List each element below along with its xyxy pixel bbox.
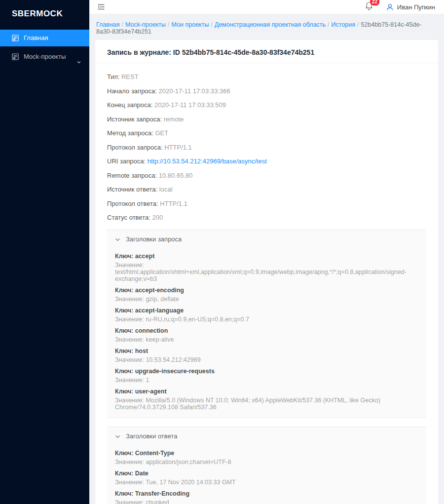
- main-area: 22 Иван Пупкин Главная/Mock-проекты/Мои …: [89, 0, 444, 504]
- panel-response-headers-toggle[interactable]: Заголовки ответа: [107, 427, 426, 444]
- field-value: 10.80.65.80: [159, 172, 193, 179]
- projects-icon: [12, 53, 19, 60]
- header-key: Ключ: accept-encoding: [115, 287, 418, 294]
- breadcrumb: Главная/Mock-проекты/Мои проекты/Демонст…: [95, 19, 438, 40]
- header-key: Ключ: accept-language: [115, 307, 418, 314]
- chevron-down-icon: [115, 236, 120, 242]
- sidebar-item-mock-projects[interactable]: Mock-проекты: [0, 48, 89, 65]
- field-label: Начало запроса:: [107, 87, 157, 95]
- sidebar-item-label: Главная: [24, 30, 48, 46]
- header-key: Ключ: connection: [115, 327, 418, 334]
- breadcrumb-link[interactable]: История: [332, 21, 355, 28]
- user-name: Иван Пупкин: [397, 3, 435, 11]
- user-icon: [386, 3, 394, 11]
- field-label: Метод запроса:: [107, 129, 153, 137]
- header-value: Значение: gzip, deflate: [115, 296, 418, 303]
- field-label: Remote запроса:: [107, 172, 157, 179]
- header-value: Значение: ru-RU,ru;q=0.9,en-US;q=0.8,en;…: [115, 316, 418, 323]
- sidebar-item-label: Mock-проекты: [24, 48, 66, 65]
- page-content: Главная/Mock-проекты/Мои проекты/Демонст…: [89, 14, 444, 504]
- notifications-bell[interactable]: 22: [365, 1, 375, 12]
- response-headers-list: Ключ: Content-Type Значение: application…: [107, 444, 426, 504]
- field-request-method: Метод запроса: GET: [107, 129, 426, 137]
- header-key: Ключ: Date: [115, 470, 418, 477]
- field-response-status: Статус ответа: 200: [107, 214, 426, 221]
- header-key: Ключ: Transfer-Encoding: [115, 490, 418, 497]
- home-page-icon: [12, 35, 19, 41]
- breadcrumb-link[interactable]: Мои проекты: [172, 21, 209, 28]
- breadcrumb-separator: /: [168, 21, 169, 28]
- header-key: Ключ: Content-Type: [115, 450, 418, 457]
- journal-record-card: Запись в журнале: ID 52b4bb75-814c-45de-…: [95, 40, 438, 504]
- field-request-uri: URI запроса: http://10.53.54.212:42969/b…: [107, 157, 426, 165]
- field-value: 2020-17-11 17:03:33:509: [154, 101, 226, 109]
- header-key: Ключ: host: [115, 348, 418, 354]
- field-request-start: Начало запроса: 2020-17-11 17:03:33:366: [107, 87, 426, 95]
- request-uri-link[interactable]: http://10.53.54.212:42969/base/async/tes…: [148, 157, 267, 165]
- panel-request-headers-toggle[interactable]: Заголовки запроса: [107, 230, 426, 247]
- field-request-end: Конец запроса: 2020-17-11 17:03:33:509: [107, 101, 426, 109]
- sidebar: SBERMOCK Главная M: [0, 0, 89, 504]
- field-value: local: [159, 186, 173, 193]
- panel-title: Заголовки запроса: [126, 235, 182, 243]
- chevron-down-icon: [76, 54, 81, 59]
- panel-title: Заголовки ответа: [126, 432, 177, 440]
- app-logo: SBERMOCK: [0, 0, 89, 28]
- header-value: Значение: text/html,application/xhtml+xm…: [115, 262, 418, 282]
- field-value: REST: [121, 73, 139, 80]
- header-value: Значение: 10.53.54.212:42969: [115, 356, 418, 363]
- header-value: Значение: keep-alive: [115, 336, 418, 343]
- user-menu[interactable]: Иван Пупкин: [386, 3, 435, 11]
- field-value: 2020-17-11 17:03:33:366: [159, 87, 230, 95]
- field-value: GET: [155, 129, 168, 137]
- field-label: Источник ответа:: [107, 186, 157, 193]
- header-value: Значение: application/json;charset=UTF-8: [115, 459, 418, 465]
- field-label: Конец запроса:: [107, 101, 152, 109]
- breadcrumb-link[interactable]: Mock-проекты: [125, 21, 166, 28]
- sidebar-menu: Главная Mock-проекты: [0, 30, 89, 65]
- field-label: Статус ответа:: [107, 214, 150, 221]
- header-value: Значение: 1: [115, 377, 418, 384]
- header-key: Ключ: upgrade-insecure-requests: [115, 368, 418, 375]
- breadcrumb-separator: /: [211, 21, 212, 28]
- notification-count-badge: 22: [370, 0, 380, 6]
- chevron-down-icon: [115, 433, 120, 439]
- field-label: Протокол запроса:: [107, 144, 163, 151]
- record-body: Тип: REST Начало запроса: 2020-17-11 17:…: [95, 63, 438, 504]
- breadcrumb-separator: /: [122, 21, 123, 28]
- topbar-right: 22 Иван Пупкин: [365, 1, 435, 12]
- page-title: Запись в журнале: ID 52b4bb75-814c-45de-…: [95, 40, 438, 63]
- field-label: Тип:: [107, 73, 119, 80]
- header-value: Значение: Tue, 17 Nov 2020 14:03:33 GMT: [115, 479, 418, 486]
- breadcrumb-separator: /: [357, 21, 359, 28]
- breadcrumb-link[interactable]: Главная: [96, 21, 120, 28]
- header-value: Значение: chunked: [115, 499, 418, 504]
- panel-request-headers: Заголовки запроса Ключ: accept Значение:…: [107, 230, 426, 418]
- field-type: Тип: REST: [107, 73, 426, 80]
- field-label: URI запроса:: [107, 157, 146, 165]
- breadcrumb-separator: /: [328, 21, 329, 28]
- field-value: remote: [164, 116, 184, 123]
- menu-fold-icon[interactable]: [94, 0, 108, 14]
- request-headers-list: Ключ: accept Значение: text/html,applica…: [107, 247, 426, 418]
- field-response-protocol: Протокол ответа: HTTP/1.1: [107, 200, 426, 207]
- field-request-protocol: Протокол запроса: HTTP/1.1: [107, 144, 426, 151]
- field-response-source: Источник ответа: local: [107, 186, 426, 193]
- header-value: Значение: Mozilla/5.0 (Windows NT 10.0; …: [115, 397, 418, 411]
- topbar: 22 Иван Пупкин: [89, 0, 444, 14]
- sidebar-item-home[interactable]: Главная: [0, 30, 89, 46]
- field-request-remote: Remote запроса: 10.80.65.80: [107, 172, 426, 179]
- panel-response-headers: Заголовки ответа Ключ: Content-Type Знач…: [107, 426, 426, 504]
- field-label: Источник запроса:: [107, 116, 162, 123]
- field-label: Протокол ответа:: [107, 200, 158, 207]
- header-key: Ключ: user-agent: [115, 388, 418, 395]
- field-request-source: Источник запроса: remote: [107, 116, 426, 123]
- field-value: HTTP/1.1: [164, 144, 192, 151]
- field-value: 200: [152, 214, 163, 221]
- header-key: Ключ: accept: [115, 253, 418, 260]
- breadcrumb-link[interactable]: Демонстрационная проектная область: [215, 21, 326, 28]
- field-value: HTTP/1.1: [160, 200, 187, 207]
